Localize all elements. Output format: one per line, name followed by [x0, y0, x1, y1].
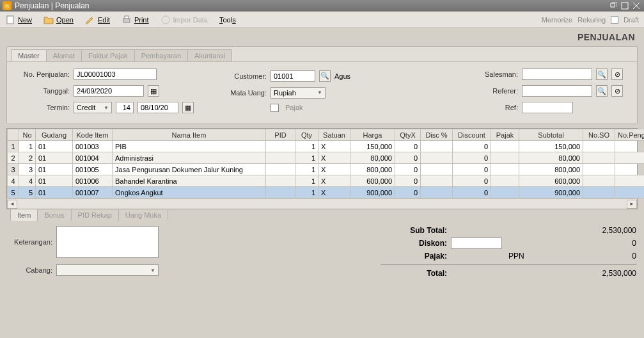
col-nopengir[interactable]: No.Pengir — [615, 129, 645, 141]
tab-bonus[interactable]: Bonus — [37, 209, 71, 221]
customer-lookup-icon[interactable]: 🔍 — [319, 70, 331, 82]
col-discp[interactable]: Disc % — [421, 129, 453, 141]
col-satuan[interactable]: Satuan — [318, 129, 350, 141]
cell[interactable]: 800,000 — [350, 164, 395, 175]
cell[interactable]: 900,000 — [350, 187, 395, 198]
memorize-button[interactable]: Memorize — [542, 16, 572, 24]
maximize-icon[interactable] — [620, 1, 630, 10]
termin-mode-select[interactable]: Credit▼ — [74, 102, 112, 113]
cell[interactable] — [491, 141, 519, 152]
cell[interactable]: 900,000 — [519, 187, 583, 198]
tab-uang-muka[interactable]: Uang Muka — [118, 209, 168, 221]
salesman-input[interactable] — [522, 68, 592, 80]
cell[interactable]: X — [318, 187, 350, 198]
cell[interactable] — [491, 175, 519, 187]
new-button[interactable]: New — [5, 15, 32, 25]
cell[interactable] — [615, 164, 645, 175]
cell[interactable] — [266, 187, 295, 198]
cell[interactable] — [615, 175, 645, 187]
tools-button[interactable]: Tools — [219, 16, 236, 24]
cell[interactable] — [421, 141, 453, 152]
cell[interactable]: 600,000 — [519, 175, 583, 187]
col-nama[interactable]: Nama Item — [113, 129, 266, 141]
cell[interactable]: X — [318, 152, 350, 164]
table-row[interactable]: 5501001007Ongkos Angkut1X900,00000900,00… — [8, 187, 645, 198]
cell[interactable]: 0 — [453, 175, 491, 187]
salesman-clear-icon[interactable]: ⊘ — [611, 68, 623, 80]
tab-pembayaran[interactable]: Pembayaran — [134, 49, 188, 61]
cell[interactable]: 001007 — [73, 187, 113, 198]
cell[interactable]: 001004 — [73, 152, 113, 164]
no-penjualan-input[interactable] — [74, 68, 157, 80]
diskon-input[interactable] — [451, 237, 502, 249]
referer-input[interactable] — [522, 85, 592, 97]
cell[interactable]: 1 — [295, 187, 318, 198]
cell[interactable]: X — [318, 175, 350, 187]
tab-item[interactable]: Item — [10, 209, 38, 221]
scroll-left-icon[interactable]: ◄ — [7, 200, 17, 209]
col-noso[interactable]: No.SO — [583, 129, 615, 141]
cell[interactable]: PIB — [113, 141, 266, 152]
cell[interactable]: 2 — [19, 152, 36, 164]
draft-checkbox[interactable] — [611, 16, 618, 24]
cell[interactable]: 4 — [19, 175, 36, 187]
cell[interactable]: 1 — [295, 141, 318, 152]
cell[interactable] — [266, 175, 295, 187]
cell[interactable] — [421, 187, 453, 198]
tanggal-input[interactable] — [74, 85, 144, 97]
cell[interactable]: 01 — [36, 175, 73, 187]
cell[interactable] — [491, 164, 519, 175]
cell[interactable]: 0 — [453, 152, 491, 164]
col-no[interactable]: No — [19, 129, 36, 141]
cell[interactable] — [491, 187, 519, 198]
table-row[interactable]: 1101001003PIB1X150,00000150,000 — [8, 141, 645, 152]
cell[interactable]: Administrasi — [113, 152, 266, 164]
cell[interactable]: Bahandel Karantina — [113, 175, 266, 187]
table-row[interactable]: 4401001006Bahandel Karantina1X600,000006… — [8, 175, 645, 187]
cell[interactable]: 01 — [36, 141, 73, 152]
cell[interactable]: 0 — [453, 187, 491, 198]
cell[interactable]: 0 — [395, 187, 421, 198]
table-row[interactable]: 3301001005Jasa Pengurusan Dokumen Jalur … — [8, 164, 645, 175]
tab-faktur[interactable]: Faktur Pajak — [81, 49, 135, 61]
cell[interactable]: 150,000 — [519, 141, 583, 152]
restore-out-icon[interactable] — [608, 1, 618, 10]
cell[interactable]: 80,000 — [350, 152, 395, 164]
col-pajak[interactable]: Pajak — [491, 129, 519, 141]
cell[interactable]: 0 — [395, 152, 421, 164]
open-button[interactable]: Open — [43, 15, 74, 25]
cell[interactable] — [615, 152, 645, 164]
cell[interactable] — [583, 175, 615, 187]
cell[interactable] — [615, 187, 645, 198]
cell[interactable] — [491, 152, 519, 164]
cell[interactable]: 0 — [453, 141, 491, 152]
cell[interactable] — [421, 175, 453, 187]
cell[interactable]: 0 — [395, 175, 421, 187]
edit-button[interactable]: Edit — [85, 15, 110, 25]
cell[interactable]: 1 — [295, 152, 318, 164]
col-discount[interactable]: Discount — [453, 129, 491, 141]
rekuring-button[interactable]: Rekuring — [577, 16, 606, 24]
termin-days-input[interactable] — [116, 102, 134, 113]
cell[interactable]: 01 — [36, 187, 73, 198]
cell[interactable]: 001006 — [73, 175, 113, 187]
col-pid[interactable]: PID — [266, 129, 295, 141]
cell[interactable]: X — [318, 141, 350, 152]
keterangan-input[interactable] — [56, 226, 159, 258]
cell[interactable] — [583, 164, 615, 175]
cell[interactable]: 001003 — [73, 141, 113, 152]
pajak-checkbox[interactable] — [271, 104, 279, 112]
cell[interactable]: 5 — [19, 187, 36, 198]
cell[interactable] — [266, 141, 295, 152]
table-row[interactable]: 2201001004Administrasi1X80,0000080,000 — [8, 152, 645, 164]
tab-master[interactable]: Master — [11, 49, 47, 61]
cell[interactable]: 01 — [36, 152, 73, 164]
tab-pid-rekap[interactable]: PID Rekap — [71, 209, 119, 221]
cabang-select[interactable]: ▼ — [56, 264, 159, 276]
cell[interactable]: X — [318, 164, 350, 175]
cell[interactable]: Ongkos Angkut — [113, 187, 266, 198]
cell[interactable]: 01 — [36, 164, 73, 175]
cell[interactable] — [583, 152, 615, 164]
salesman-lookup-icon[interactable]: 🔍 — [596, 68, 608, 80]
cell[interactable]: 0 — [453, 164, 491, 175]
